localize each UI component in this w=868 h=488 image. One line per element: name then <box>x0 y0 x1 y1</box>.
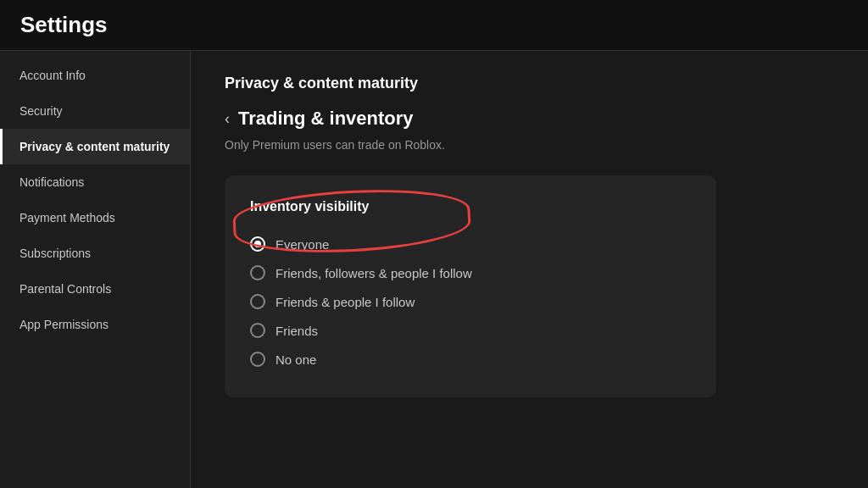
sidebar-item-parental-controls[interactable]: Parental Controls <box>0 271 190 307</box>
card-section-title: Inventory visibility <box>250 199 691 214</box>
radio-circle-friends-follow <box>250 294 265 309</box>
radio-options-group: EveryoneFriends, followers & people I fo… <box>250 230 691 374</box>
radio-label-everyone: Everyone <box>275 237 329 252</box>
sidebar-item-subscriptions[interactable]: Subscriptions <box>0 236 190 271</box>
section-title: Privacy & content maturity <box>225 75 834 92</box>
radio-option-no-one[interactable]: No one <box>250 345 691 374</box>
sidebar-item-security[interactable]: Security <box>0 93 190 129</box>
radio-circle-friends-followers-follow <box>250 265 265 280</box>
radio-label-friends: Friends <box>275 324 318 338</box>
radio-option-everyone[interactable]: Everyone <box>250 230 691 258</box>
sidebar-item-app-permissions[interactable]: App Permissions <box>0 307 190 342</box>
sidebar-item-privacy[interactable]: Privacy & content maturity <box>0 129 190 164</box>
sidebar-item-notifications[interactable]: Notifications <box>0 164 190 200</box>
inventory-card: Inventory visibility EveryoneFriends, fo… <box>225 175 716 397</box>
main-layout: Account InfoSecurityPrivacy & content ma… <box>0 51 868 488</box>
back-nav[interactable]: ‹ Trading & inventory <box>225 108 834 130</box>
sidebar-item-account-info[interactable]: Account Info <box>0 58 190 93</box>
radio-circle-everyone <box>250 236 265 252</box>
radio-option-friends-followers-follow[interactable]: Friends, followers & people I follow <box>250 258 691 287</box>
subsection-title: Trading & inventory <box>238 108 414 130</box>
header: Settings <box>0 0 868 51</box>
page-title: Settings <box>20 12 848 38</box>
radio-label-friends-follow: Friends & people I follow <box>275 295 415 309</box>
radio-option-friends[interactable]: Friends <box>250 316 691 345</box>
radio-circle-no-one <box>250 352 265 367</box>
back-arrow-icon[interactable]: ‹ <box>225 110 230 128</box>
subtitle-text: Only Premium users can trade on Roblox. <box>225 138 834 152</box>
radio-label-friends-followers-follow: Friends, followers & people I follow <box>275 266 472 280</box>
radio-label-no-one: No one <box>275 352 316 367</box>
content-area: Privacy & content maturity ‹ Trading & i… <box>191 51 868 488</box>
sidebar: Account InfoSecurityPrivacy & content ma… <box>0 51 191 488</box>
radio-circle-friends <box>250 323 265 338</box>
sidebar-item-payment-methods[interactable]: Payment Methods <box>0 200 190 236</box>
radio-option-friends-follow[interactable]: Friends & people I follow <box>250 287 691 316</box>
